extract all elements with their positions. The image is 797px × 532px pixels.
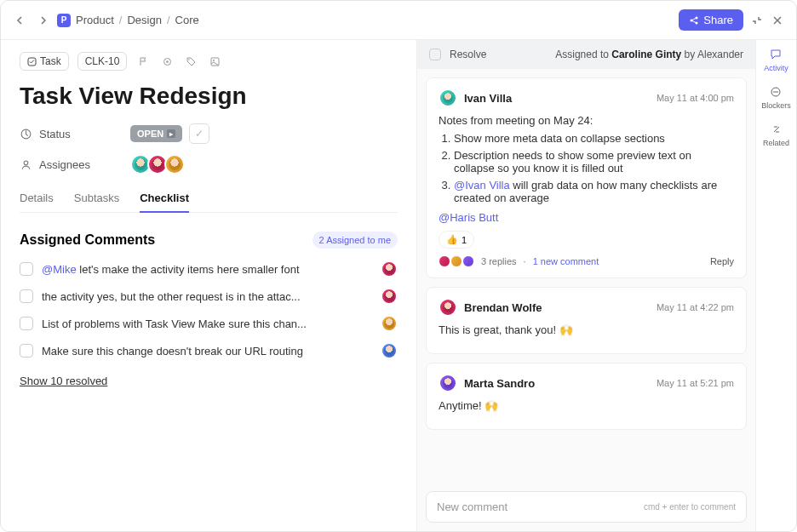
comment-row: @Mike let's make the activity items here… — [20, 260, 398, 277]
page-title: Task View Redesign — [20, 83, 398, 110]
target-icon[interactable] — [159, 54, 175, 69]
mention-link[interactable]: @Haris Butt — [439, 211, 498, 224]
assigned-to-text: Assigned to Caroline Ginty by Alexander — [555, 49, 743, 60]
share-button[interactable]: Share — [679, 9, 743, 31]
comment-text[interactable]: the activity yes, but the other request … — [42, 290, 376, 303]
comment-body: Notes from meeting on May 24:Show more m… — [439, 114, 734, 204]
svg-point-10 — [24, 161, 28, 165]
task-icon — [27, 57, 37, 66]
tabs: Details Subtasks Checklist — [20, 185, 398, 213]
avatar — [381, 315, 398, 332]
comment-checkbox[interactable] — [20, 344, 33, 358]
comment-checkbox[interactable] — [20, 289, 33, 303]
crumb-1[interactable]: Design — [127, 14, 161, 26]
project-badge: P — [57, 14, 71, 27]
image-icon[interactable] — [207, 54, 222, 69]
tab-checklist[interactable]: Checklist — [140, 185, 189, 213]
tab-subtasks[interactable]: Subtasks — [74, 185, 119, 212]
composer-hint: cmd + enter to comment — [644, 502, 736, 512]
crumb-2[interactable]: Core — [175, 14, 199, 26]
comment-text[interactable]: @Mike let's make the activity items here… — [42, 263, 376, 276]
replies-count[interactable]: 3 replies — [481, 256, 517, 266]
comment-row: Make sure this change doesn't break our … — [20, 342, 398, 359]
new-comment-link[interactable]: 1 new comment — [533, 256, 599, 266]
avatar — [439, 374, 457, 392]
comment-card: Brendan WolfeMay 11 at 4:22 pmThis is gr… — [426, 287, 747, 354]
task-toolbar: Task CLK-10 — [20, 52, 398, 71]
avatar — [381, 342, 398, 359]
assignee-avatars[interactable] — [130, 154, 185, 174]
comment-body: This is great, thank you! 🙌 — [439, 323, 734, 336]
status-label: Status — [20, 128, 130, 140]
author-name: Ivan Villa — [464, 92, 512, 105]
assigned-badge: 2 Assigned to me — [312, 232, 398, 249]
comment-checkbox[interactable] — [20, 262, 33, 276]
comment-composer[interactable]: New comment cmd + enter to comment — [426, 491, 747, 523]
thread-header: Resolve Assigned to Caroline Ginty by Al… — [417, 40, 755, 69]
resolve-label: Resolve — [450, 49, 486, 60]
chevron-right-icon: ▸ — [167, 129, 175, 138]
comment-text[interactable]: Make sure this change doesn't break our … — [42, 345, 376, 358]
comment-card: Ivan VillaMay 11 at 4:00 pmNotes from me… — [426, 77, 747, 278]
blocker-icon — [768, 84, 783, 100]
avatar — [381, 260, 398, 277]
composer-placeholder: New comment — [437, 501, 507, 513]
reply-button[interactable]: Reply — [710, 256, 734, 266]
breadcrumb[interactable]: P Product/ Design/ Core — [57, 14, 199, 27]
section-title: Assigned Comments — [20, 232, 155, 248]
person-icon — [20, 158, 32, 171]
comment-checkbox[interactable] — [20, 317, 33, 330]
status-icon — [20, 128, 32, 140]
nav-forward-icon[interactable] — [35, 13, 50, 28]
avatar — [439, 89, 457, 107]
comment-card: Marta SandroMay 11 at 5:21 pmAnytime! 🙌 — [426, 363, 747, 430]
task-chip[interactable]: Task — [20, 52, 69, 71]
status-pill[interactable]: OPEN▸ — [130, 125, 182, 142]
comment-body: Anytime! 🙌 — [439, 399, 734, 412]
share-icon — [689, 15, 699, 26]
tag-icon[interactable] — [183, 54, 198, 69]
close-icon[interactable] — [771, 14, 784, 27]
svg-point-8 — [213, 60, 215, 61]
chat-icon — [768, 47, 783, 62]
show-resolved-link[interactable]: Show 10 resolved — [20, 375, 107, 387]
timestamp: May 11 at 4:22 pm — [657, 302, 734, 312]
timestamp: May 11 at 4:00 pm — [657, 93, 734, 103]
status-check[interactable]: ✓ — [189, 123, 209, 144]
crumb-0[interactable]: Product — [76, 14, 114, 26]
activity-panel: Resolve Assigned to Caroline Ginty by Al… — [416, 40, 755, 531]
rail-activity[interactable]: Activity — [764, 47, 788, 72]
avatar — [439, 298, 457, 317]
rail-blockers[interactable]: Blockers — [761, 84, 791, 110]
flag-icon[interactable] — [135, 54, 151, 69]
svg-point-6 — [188, 59, 190, 60]
resolve-checkbox[interactable] — [429, 49, 441, 60]
avatar — [164, 154, 185, 174]
comment-row: the activity yes, but the other request … — [20, 288, 398, 305]
tab-details[interactable]: Details — [20, 185, 54, 212]
task-id-chip[interactable]: CLK-10 — [77, 52, 128, 71]
share-label: Share — [703, 14, 733, 26]
author-name: Brendan Wolfe — [464, 301, 542, 314]
assignees-label: Assignees — [20, 158, 130, 171]
main-panel: Task CLK-10 Task View Redesign Status OP… — [1, 40, 416, 531]
reaction[interactable]: 👍 1 — [439, 231, 474, 249]
comment-row: List of problems with Task View Make sur… — [20, 315, 398, 332]
related-icon — [769, 122, 784, 137]
collapse-icon[interactable] — [750, 14, 764, 27]
timestamp: May 11 at 5:21 pm — [657, 378, 734, 388]
nav-back-icon[interactable] — [13, 13, 28, 28]
comment-text[interactable]: List of problems with Task View Make sur… — [42, 317, 376, 330]
top-header: P Product/ Design/ Core Share — [1, 1, 796, 40]
avatar — [381, 288, 398, 305]
right-rail: Activity Blockers Related — [755, 40, 796, 531]
rail-related[interactable]: Related — [763, 122, 789, 147]
svg-point-5 — [166, 60, 169, 63]
author-name: Marta Sandro — [464, 377, 535, 390]
